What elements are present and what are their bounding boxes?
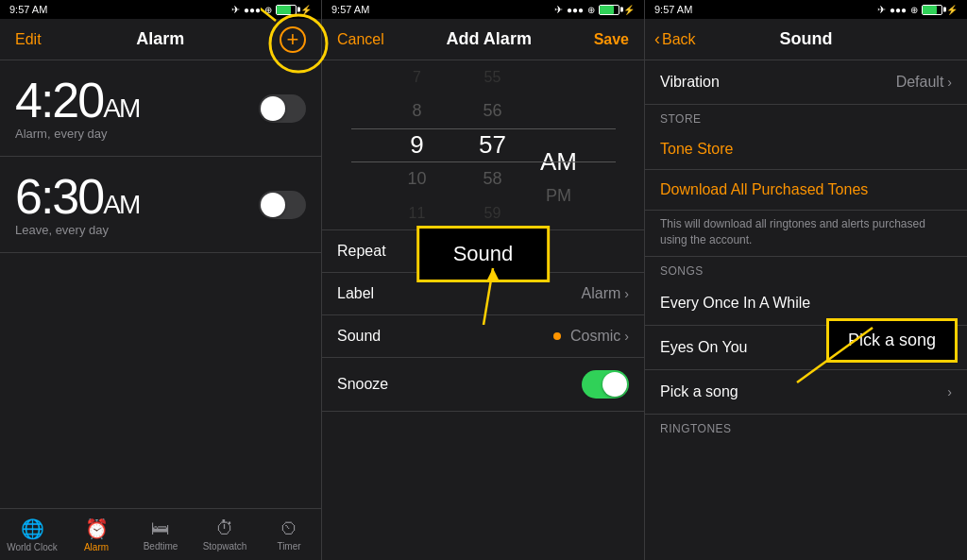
period-pm: PM: [531, 179, 587, 213]
label-value: Alarm ›: [582, 285, 629, 302]
ringtones-header: RINGTONES: [645, 415, 967, 439]
minute-57-selected: 57: [455, 128, 531, 162]
sound-option-label: Sound: [337, 328, 381, 345]
repeat-label: Repeat: [337, 243, 386, 260]
timer-label: Timer: [277, 541, 300, 552]
vibration-row[interactable]: Vibration Default ›: [645, 60, 967, 105]
alarm-panel: 9:57 AM ✈ ●●● ⊕ ⚡ Edit Alarm +: [0, 0, 321, 560]
airplane-icon: ✈: [231, 4, 240, 16]
picker-period[interactable]: AM PM: [531, 77, 587, 213]
back-label: Back: [662, 31, 696, 48]
timer-icon: ⏲: [280, 518, 298, 539]
picker-hours[interactable]: 7 8 9 10 11: [380, 60, 455, 230]
alarm-toggle-2[interactable]: [259, 191, 306, 219]
sound-nav: ‹ Back Sound: [645, 19, 967, 60]
song-name-2: Eyes On You: [660, 339, 748, 356]
status-icons-2: ✈ ●●● ⊕ ⚡: [554, 4, 635, 16]
minute-56: 56: [455, 94, 531, 128]
alarm-label-2: Leave, every day: [15, 223, 139, 237]
back-button[interactable]: ‹ Back: [654, 29, 696, 49]
song-row-pick[interactable]: Pick a song Pick a song ›: [645, 370, 967, 415]
wifi-icon-1: ⊕: [264, 5, 272, 15]
battery-icon-1: [276, 5, 297, 15]
sound-content: Vibration Default › STORE Tone Store Dow…: [645, 60, 967, 560]
tone-store-link[interactable]: Tone Store: [660, 141, 733, 158]
status-bar-2: 9:57 AM ✈ ●●● ⊕ ⚡: [322, 0, 644, 19]
back-chevron-icon: ‹: [654, 29, 660, 49]
sound-row[interactable]: Sound Sound Cosmic ›: [322, 315, 644, 358]
sound-panel-title: Sound: [780, 29, 833, 49]
store-section-header: STORE: [645, 105, 967, 129]
songs-section-header: SONGS: [645, 257, 967, 281]
bedtime-icon: 🛏: [151, 518, 170, 539]
status-time-1: 9:57 AM: [9, 4, 47, 15]
snooze-toggle[interactable]: [582, 370, 629, 399]
vibration-value: Default ›: [896, 74, 952, 91]
bolt-icon: ⚡: [300, 5, 312, 15]
add-alarm-button-wrapper: +: [280, 26, 306, 53]
alarm-title: Alarm: [136, 29, 184, 49]
tab-world-clock[interactable]: 🌐 World Clock: [0, 518, 64, 552]
hour-10: 10: [380, 162, 455, 196]
stopwatch-label: Stopwatch: [203, 541, 247, 552]
tab-stopwatch[interactable]: ⏱ Stopwatch: [193, 518, 257, 552]
alarm-item-1[interactable]: 4:20AM Alarm, every day: [0, 60, 321, 157]
battery-icon-2: [599, 5, 619, 15]
signal-icon-2: ●●●: [567, 5, 584, 15]
alarm-list: 4:20AM Alarm, every day 6:30AM Leave, ev…: [0, 60, 321, 508]
edit-button[interactable]: Edit: [15, 31, 42, 48]
tab-timer[interactable]: ⏲ Timer: [257, 518, 321, 552]
tab-bar: 🌐 World Clock ⏰ Alarm 🛏 Bedtime ⏱ Stopwa…: [0, 508, 321, 560]
tab-bedtime[interactable]: 🛏 Bedtime: [128, 518, 193, 552]
ampm-2: AM: [103, 190, 139, 219]
wifi-icon-2: ⊕: [587, 5, 595, 15]
status-icons-1: ✈ ●●● ⊕ ⚡: [231, 4, 312, 16]
label-chevron: ›: [624, 286, 629, 301]
stopwatch-icon: ⏱: [215, 518, 234, 539]
add-alarm-title: Add Alarm: [447, 29, 532, 49]
wifi-icon-3: ⊕: [910, 5, 918, 15]
alarm-tab-label: Alarm: [84, 542, 109, 552]
alarm-time-block-2: 6:30AM Leave, every day: [15, 172, 139, 237]
world-clock-label: World Clock: [7, 542, 58, 552]
status-icons-3: ✈ ●●● ⊕ ⚡: [877, 4, 958, 16]
download-link[interactable]: Download All Purchased Tones: [660, 181, 868, 198]
cancel-button[interactable]: Cancel: [337, 31, 384, 48]
alarm-icon: ⏰: [85, 518, 109, 540]
alarm-time-2: 6:30AM: [15, 172, 139, 221]
download-row[interactable]: Download All Purchased Tones: [645, 170, 967, 211]
airplane-icon-3: ✈: [877, 4, 886, 16]
snooze-label: Snooze: [337, 376, 388, 393]
hour-9-selected: 9: [380, 128, 455, 162]
minute-55: 55: [455, 60, 531, 94]
picker-minutes[interactable]: 55 56 57 58 59: [455, 60, 531, 230]
status-bar-3: 9:57 AM ✈ ●●● ⊕ ⚡: [645, 0, 967, 19]
alarm-item-2[interactable]: 6:30AM Leave, every day: [0, 157, 321, 253]
sound-chevron: ›: [624, 329, 629, 344]
world-clock-icon: 🌐: [21, 518, 44, 540]
time-picker[interactable]: 7 8 9 10 11 55 56 57 58 59 AM PM: [322, 60, 644, 230]
pick-song-chevron: ›: [947, 384, 952, 399]
signal-icon-3: ●●●: [890, 5, 907, 15]
minute-58: 58: [455, 162, 531, 196]
vibration-label: Vibration: [660, 74, 720, 91]
tone-store-row[interactable]: Tone Store: [645, 129, 967, 170]
sound-annotation-box: Sound: [416, 226, 551, 282]
tab-alarm[interactable]: ⏰ Alarm: [64, 518, 128, 552]
status-time-2: 9:57 AM: [331, 4, 369, 15]
snooze-row[interactable]: Snooze: [322, 358, 644, 412]
ampm-1: AM: [103, 93, 139, 123]
alarm-options: Repeat Label Alarm › Sound Sound: [322, 230, 644, 560]
add-alarm-button[interactable]: +: [280, 26, 306, 53]
signal-icon: ●●●: [244, 5, 261, 15]
status-time-3: 9:57 AM: [654, 4, 692, 15]
status-bar-1: 9:57 AM ✈ ●●● ⊕ ⚡: [0, 0, 321, 19]
bedtime-label: Bedtime: [144, 541, 178, 552]
period-am-selected: AM: [531, 145, 587, 179]
alarm-time-block-1: 4:20AM Alarm, every day: [15, 76, 139, 141]
battery-icon-3: [922, 5, 942, 15]
song-name-1: Every Once In A While: [660, 295, 810, 312]
download-description: This will download all ringtones and ale…: [645, 211, 967, 257]
save-button[interactable]: Save: [594, 31, 629, 48]
alarm-toggle-1[interactable]: [259, 94, 306, 123]
